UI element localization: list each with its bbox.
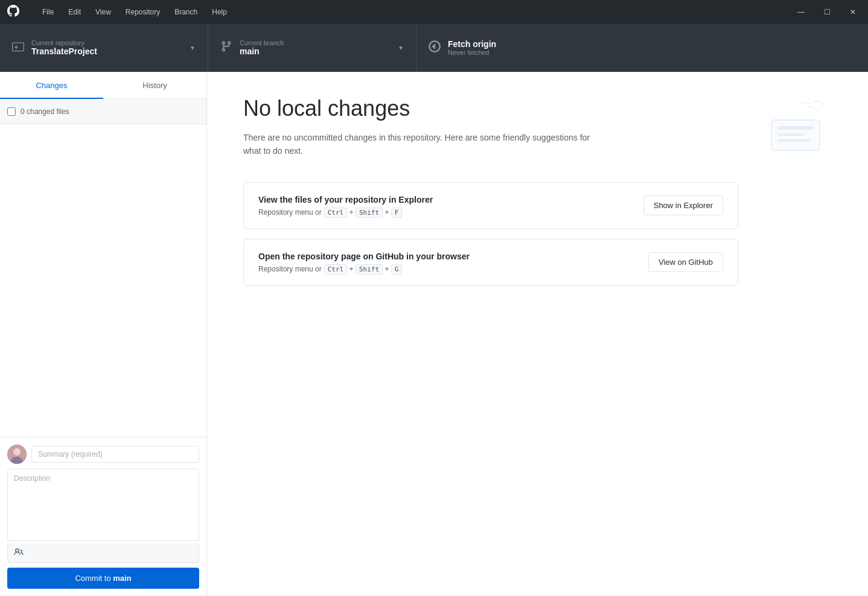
shortcut-f: F — [391, 208, 403, 218]
menu-repository[interactable]: Repository — [120, 5, 166, 19]
sidebar-tabs: Changes History — [0, 72, 206, 99]
branch-label-group: Current branch main — [240, 39, 391, 56]
no-changes-desc: There are no uncommitted changes in this… — [243, 131, 605, 158]
shortcut-shift: Shift — [356, 208, 383, 218]
sidebar-file-list — [0, 124, 206, 437]
svg-rect-4 — [777, 126, 814, 130]
toolbar: Current repository TranslateProject ▼ Cu… — [0, 24, 868, 72]
titlebar: File Edit View Repository Branch Help — … — [0, 0, 868, 24]
shortcut-ctrl2: Ctrl — [324, 264, 348, 274]
branch-icon — [220, 40, 232, 55]
no-changes-illustration — [759, 96, 832, 156]
shortcut-ctrl: Ctrl — [324, 208, 348, 218]
close-button[interactable]: ✕ — [845, 5, 861, 19]
app-logo — [7, 5, 19, 20]
svg-point-1 — [13, 448, 21, 455]
explorer-card-content: View the files of your repository in Exp… — [258, 195, 433, 217]
github-card: Open the repository page on GitHub in yo… — [243, 239, 738, 286]
commit-summary-row — [7, 445, 199, 464]
github-desc-prefix: Repository menu or — [258, 265, 322, 273]
explorer-card: View the files of your repository in Exp… — [243, 182, 738, 229]
summary-input[interactable] — [31, 446, 199, 463]
fetch-label-main: Fetch origin — [448, 39, 856, 49]
current-branch-section[interactable]: Current branch main ▼ — [208, 24, 416, 71]
branch-chevron-icon: ▼ — [398, 45, 404, 51]
menu-view[interactable]: View — [89, 5, 117, 19]
svg-rect-6 — [777, 139, 811, 142]
commit-button-branch: main — [113, 574, 131, 583]
description-textarea[interactable] — [7, 469, 199, 541]
fetch-label-sub: Never fetched — [448, 49, 856, 56]
commit-button-prefix: Commit to — [75, 574, 113, 583]
explorer-shortcut: Ctrl + Shift + F — [324, 208, 403, 217]
minimize-button[interactable]: — — [793, 5, 809, 19]
repo-label-group: Current repository TranslateProject — [31, 39, 182, 56]
explorer-desc-prefix: Repository menu or — [258, 208, 322, 217]
tab-history[interactable]: History — [103, 72, 206, 99]
menu-bar: File Edit View Repository Branch Help — [36, 5, 233, 19]
fetch-icon — [429, 40, 441, 55]
github-card-desc: Repository menu or Ctrl + Shift + G — [258, 265, 470, 273]
menu-file[interactable]: File — [36, 5, 60, 19]
changed-files-bar: 0 changed files — [0, 99, 206, 124]
view-on-github-button[interactable]: View on GitHub — [648, 252, 723, 272]
svg-rect-5 — [777, 133, 805, 136]
sidebar: Changes History 0 changed files — [0, 72, 207, 596]
repo-chevron-icon: ▼ — [190, 45, 196, 51]
menu-branch[interactable]: Branch — [168, 5, 203, 19]
description-footer — [7, 544, 199, 563]
commit-button[interactable]: Commit to main — [7, 568, 199, 589]
repo-icon — [12, 40, 24, 55]
coauthor-icon[interactable] — [14, 547, 24, 559]
fetch-label-group: Fetch origin Never fetched — [448, 39, 856, 56]
content-area: No local changes There are no uncommitte… — [207, 72, 868, 596]
menu-edit[interactable]: Edit — [62, 5, 87, 19]
show-in-explorer-button[interactable]: Show in Explorer — [643, 195, 723, 215]
explorer-card-desc: Repository menu or Ctrl + Shift + F — [258, 208, 433, 217]
branch-label-main: main — [240, 46, 391, 56]
menu-help[interactable]: Help — [206, 5, 233, 19]
action-cards: View the files of your repository in Exp… — [243, 182, 832, 286]
shortcut-shift2: Shift — [356, 264, 383, 274]
maximize-button[interactable]: ☐ — [819, 5, 835, 19]
fetch-origin-section[interactable]: Fetch origin Never fetched — [416, 24, 868, 71]
repo-label-small: Current repository — [31, 39, 182, 46]
github-shortcut: Ctrl + Shift + G — [324, 265, 403, 273]
current-repo-section[interactable]: Current repository TranslateProject ▼ — [0, 24, 208, 71]
sidebar-footer: Commit to main — [0, 437, 206, 596]
github-card-title: Open the repository page on GitHub in yo… — [258, 252, 470, 261]
no-changes-title: No local changes — [243, 96, 832, 121]
window-controls: — ☐ ✕ — [793, 5, 861, 19]
changed-files-label: 0 changed files — [21, 107, 69, 116]
branch-label-small: Current branch — [240, 39, 391, 46]
avatar — [7, 445, 27, 464]
tab-changes[interactable]: Changes — [0, 72, 103, 99]
repo-label-main: TranslateProject — [31, 46, 182, 56]
main-layout: Changes History 0 changed files — [0, 72, 868, 596]
github-card-content: Open the repository page on GitHub in yo… — [258, 252, 470, 273]
select-all-checkbox[interactable] — [7, 107, 16, 116]
shortcut-g: G — [391, 264, 403, 274]
explorer-card-title: View the files of your repository in Exp… — [258, 195, 433, 204]
